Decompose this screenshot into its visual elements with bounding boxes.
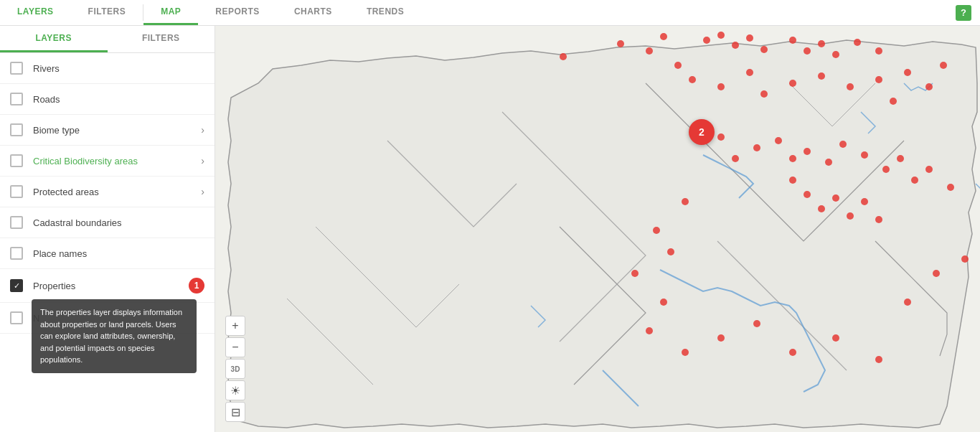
map-dot [674, 62, 682, 69]
map-dot [660, 299, 667, 306]
zoom-out-button[interactable]: − [225, 337, 245, 357]
map-dot [818, 40, 825, 47]
help-button[interactable]: ? [956, 5, 971, 21]
layer-label-place-names: Place names [33, 248, 204, 259]
chevron-biome-type: › [201, 124, 204, 136]
layer-item-properties[interactable]: Properties 1 The properties layer displa… [0, 269, 215, 303]
layer-label-roads: Roads [33, 94, 204, 105]
map-dot [631, 270, 639, 277]
layer-item-cadastral-boundaries[interactable]: Cadastral boundaries [0, 207, 215, 238]
map-dot [760, 90, 768, 98]
map-dot [732, 155, 739, 162]
map-dot [667, 248, 674, 255]
checkbox-protected-areas[interactable] [10, 185, 23, 198]
map-dot [882, 166, 890, 173]
map-dot [682, 349, 689, 356]
nav-filters[interactable]: FILTERS [71, 0, 143, 25]
layer-label-biome-type: Biome type [33, 125, 197, 136]
print-button[interactable]: ⊟ [225, 402, 245, 422]
map-dot [717, 32, 725, 39]
checkbox-place-names[interactable] [10, 247, 23, 260]
map-dot [890, 98, 897, 105]
cluster-badge[interactable]: 2 [689, 119, 715, 145]
map-dot [789, 155, 796, 162]
top-navigation: LAYERS FILTERS MAP REPORTS CHARTS TRENDS… [0, 0, 980, 26]
nav-map[interactable]: MAP [143, 0, 198, 25]
map-dot [961, 255, 969, 263]
brightness-button[interactable]: ☀ [225, 380, 245, 400]
map-dot [818, 205, 825, 212]
map-dot [947, 184, 954, 191]
map-dot [653, 227, 660, 234]
map-dot [911, 177, 918, 184]
map-dot [818, 72, 825, 80]
3d-button[interactable]: 3D [225, 359, 245, 379]
map-dot [933, 270, 940, 277]
zoom-in-button[interactable]: + [225, 316, 245, 336]
layer-label-rivers: Rivers [33, 63, 204, 74]
map-dot [847, 83, 854, 90]
map-dot [703, 37, 710, 44]
map-dot [875, 76, 882, 83]
map-dot [925, 166, 933, 173]
checkbox-rivers[interactable] [10, 62, 23, 75]
checkbox-next[interactable] [10, 311, 23, 324]
map-dot [925, 83, 933, 90]
map-dot [861, 151, 868, 159]
map-dot [682, 198, 689, 205]
map-dot [560, 53, 567, 60]
layer-item-place-names[interactable]: Place names [0, 238, 215, 269]
nav-layers[interactable]: LAYERS [0, 0, 71, 25]
properties-badge: 1 [189, 278, 204, 294]
checkbox-critical-biodiversity[interactable] [10, 154, 23, 167]
layer-item-roads[interactable]: Roads [0, 84, 215, 115]
map-dot [825, 159, 832, 166]
map-dot [753, 144, 760, 151]
checkbox-roads[interactable] [10, 93, 23, 105]
map-dot [760, 46, 768, 53]
map-dot [875, 47, 882, 55]
layer-item-rivers[interactable]: Rivers [0, 53, 215, 84]
map-dot [832, 334, 839, 342]
map-dot [897, 155, 904, 162]
layer-item-biome-type[interactable]: Biome type › [0, 115, 215, 146]
map-dot [875, 356, 882, 363]
map-dot [646, 47, 653, 55]
checkbox-properties[interactable] [10, 279, 23, 292]
map-dot [689, 76, 696, 83]
map-dot [804, 47, 811, 55]
map-dot [717, 83, 725, 90]
help-area: ? [947, 0, 980, 25]
map-dot [732, 42, 739, 49]
map-controls: + − 3D ☀ ⊟ [225, 316, 245, 422]
map-dot [804, 148, 811, 155]
nav-charts[interactable]: CHARTS [277, 0, 349, 25]
layer-item-protected-areas[interactable]: Protected areas › [0, 177, 215, 207]
nav-trends[interactable]: TRENDS [349, 0, 421, 25]
nav-reports[interactable]: REPORTS [198, 0, 277, 25]
map-dot [839, 141, 847, 148]
map-dot [753, 320, 760, 327]
map-svg [215, 26, 980, 432]
map-dot [746, 34, 753, 42]
sidebar-tabs: LAYERS FILTERS [0, 26, 215, 53]
checkbox-biome-type[interactable] [10, 123, 23, 136]
map-dot [789, 37, 796, 44]
map-dot [617, 40, 624, 47]
map-area[interactable]: 2 + − 3D ☀ ⊟ [215, 26, 980, 432]
layer-label-cadastral-boundaries: Cadastral boundaries [33, 217, 204, 228]
map-dot [854, 39, 861, 46]
map-dot [646, 327, 653, 334]
tab-layers[interactable]: LAYERS [0, 26, 108, 52]
checkbox-cadastral-boundaries[interactable] [10, 216, 23, 229]
map-dot [789, 349, 796, 356]
map-dot [904, 299, 911, 306]
tab-filters[interactable]: FILTERS [108, 26, 215, 52]
map-dot [789, 177, 796, 184]
map-dot [789, 80, 796, 87]
layer-label-critical-biodiversity: Critical Biodiversity areas [33, 156, 197, 166]
layer-label-protected-areas: Protected areas [33, 187, 197, 197]
layer-item-critical-biodiversity[interactable]: Critical Biodiversity areas › [0, 146, 215, 177]
map-dot [904, 69, 911, 76]
properties-tooltip: The properties layer displays informatio… [32, 299, 197, 373]
